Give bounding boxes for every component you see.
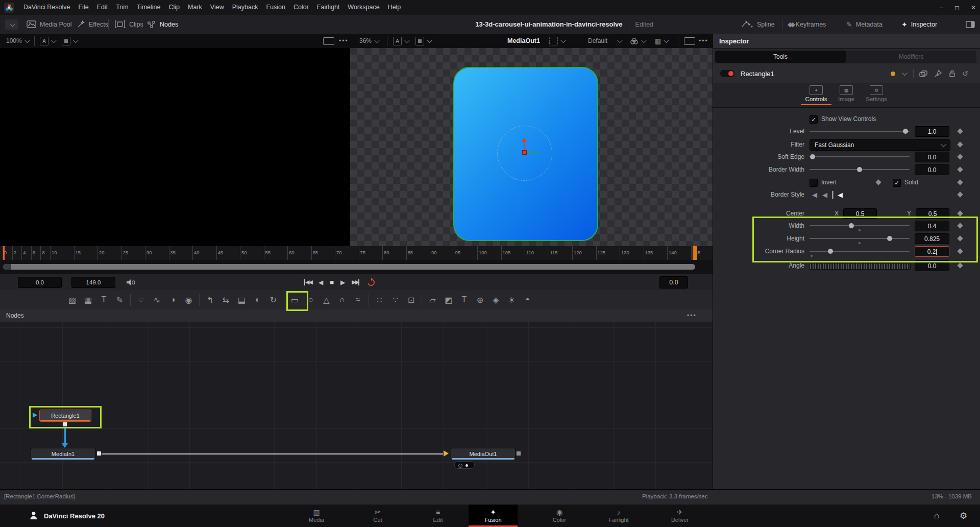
soft-edge-value[interactable]: 0.0 <box>915 152 949 162</box>
subtab-image[interactable]: ▦ Image <box>831 85 861 105</box>
effects-button[interactable]: Effects <box>77 15 108 34</box>
camera3d-tool-icon[interactable]: ◈ <box>488 295 504 305</box>
border-style-paint-button[interactable]: ▏◀ <box>832 191 843 199</box>
invert-checkbox[interactable] <box>810 179 818 187</box>
media-pool-button[interactable]: Media Pool <box>27 15 72 34</box>
spline-button[interactable]: Spline <box>741 15 775 34</box>
right-viewer-expand-button[interactable] <box>684 34 695 48</box>
panel-layout-button[interactable] <box>966 15 975 34</box>
stop-button[interactable]: ■ <box>330 278 334 286</box>
pemitter-tool-icon[interactable]: ∷ <box>372 295 387 305</box>
menu-timeline[interactable]: Timeline <box>133 0 165 15</box>
interface-toggle-button[interactable] <box>5 15 18 34</box>
app-logo-icon[interactable] <box>4 3 14 13</box>
connection-mediain-to-mediaout[interactable] <box>102 453 443 454</box>
page-color[interactable]: ◉Color <box>535 505 584 527</box>
audio-mute-button[interactable] <box>126 274 136 290</box>
soft-edge-slider[interactable] <box>810 151 910 163</box>
loop-button[interactable] <box>366 278 376 287</box>
menu-clip[interactable]: Clip <box>165 0 184 15</box>
menu-help[interactable]: Help <box>384 0 405 15</box>
lock-icon[interactable] <box>949 64 955 83</box>
text3d-tool-icon[interactable]: T <box>456 295 472 304</box>
metadata-button[interactable]: ✎ Metadata <box>846 15 883 34</box>
left-viewer-channel-select[interactable]: A <box>40 34 55 48</box>
range-end-field[interactable]: 149.0 <box>71 277 115 288</box>
render-range-end-marker[interactable] <box>693 246 697 260</box>
menu-edit[interactable]: Edit <box>93 0 112 15</box>
wand-mask-tool-icon[interactable]: ≈ <box>350 295 366 304</box>
layer-tool-icon[interactable]: ▤ <box>234 295 250 305</box>
border-style-bevel-button[interactable]: ◀ <box>812 191 817 199</box>
right-viewer-roi-select[interactable] <box>549 34 565 48</box>
clips-button[interactable]: Clips <box>114 15 143 34</box>
mediaout1-input-triangle[interactable] <box>444 450 449 457</box>
spotlight-tool-icon[interactable]: ☀ <box>504 295 520 305</box>
border-width-value[interactable]: 0.0 <box>915 164 949 175</box>
page-media[interactable]: ▥Media <box>292 505 341 527</box>
fastnoise-tool-icon[interactable]: ▦ <box>80 295 96 305</box>
left-viewer-canvas[interactable] <box>0 48 350 246</box>
bspline-tool-icon[interactable]: ∩ <box>334 295 350 304</box>
subtab-controls[interactable]: ✦ Controls <box>801 85 831 105</box>
node-color-chevron[interactable] <box>902 64 906 83</box>
inspector-button[interactable]: ✦ Inspector <box>901 15 937 34</box>
right-viewer-zoom-select[interactable]: 36% <box>359 34 378 48</box>
polygon-tool-icon[interactable]: △ <box>318 295 334 305</box>
mediain1-output-square[interactable] <box>96 451 102 456</box>
left-viewer-buffer-select[interactable] <box>62 34 77 48</box>
renderer3d-tool-icon[interactable]: ◓ <box>520 295 535 304</box>
timeline-ruler[interactable]: 0246810152025303540455055606570758085909… <box>0 246 713 260</box>
right-viewer-options-button[interactable]: ••• <box>699 34 708 48</box>
menu-davinci-resolve[interactable]: DaVinci Resolve <box>19 0 74 15</box>
window-close-button[interactable]: ✕ <box>971 4 976 11</box>
left-viewer-options-button[interactable]: ••• <box>339 34 349 48</box>
right-viewer-grid-select[interactable]: ▦ <box>655 34 668 48</box>
home-button[interactable]: ⌂ <box>934 505 939 527</box>
merge3d-tool-icon[interactable]: ⊕ <box>472 295 488 305</box>
page-deliver[interactable]: ✈Deliver <box>655 505 704 527</box>
show-view-controls-checkbox[interactable]: ✓ <box>810 115 818 124</box>
channel-booleans-tool-icon[interactable]: ⇆ <box>218 295 234 305</box>
right-viewer-color-controls[interactable] <box>630 34 645 48</box>
menu-mark[interactable]: Mark <box>184 0 206 15</box>
node-enable-toggle[interactable] <box>720 70 734 77</box>
background-tool-icon[interactable]: ▨ <box>64 295 80 305</box>
window-minimize-button[interactable]: – <box>940 4 943 11</box>
center-keyframe-diamond[interactable] <box>957 210 963 216</box>
play-button[interactable]: ▶ <box>340 279 345 286</box>
nodes-button[interactable]: Nodes <box>147 15 178 34</box>
go-to-end-button[interactable]: ▶▶ <box>352 279 359 285</box>
level-keyframe-diamond[interactable] <box>957 128 963 134</box>
tab-modifiers[interactable]: Modifiers <box>846 51 976 63</box>
border-style-keyframe-diamond[interactable] <box>957 191 963 197</box>
versions-icon[interactable] <box>919 64 927 83</box>
angle-keyframe-diamond[interactable] <box>957 262 963 268</box>
current-frame-field[interactable]: 0.0 <box>659 276 688 289</box>
connection-rect-to-mediain[interactable] <box>64 426 66 444</box>
right-viewer-canvas[interactable] <box>350 48 713 246</box>
blur-tool-icon[interactable]: ◌ <box>133 295 149 304</box>
node-color-dot[interactable] <box>891 64 895 83</box>
tab-tools[interactable]: Tools <box>715 51 846 63</box>
border-width-keyframe-diamond[interactable] <box>957 166 963 172</box>
left-viewer-expand-button[interactable] <box>323 34 334 48</box>
menu-fairlight[interactable]: Fairlight <box>313 0 344 15</box>
center-handle-dot[interactable] <box>522 150 527 155</box>
imageplane3d-tool-icon[interactable]: ▱ <box>425 295 440 305</box>
pregion-tool-icon[interactable]: ⊡ <box>403 295 419 305</box>
hue-curves-tool-icon[interactable]: ◉ <box>181 295 197 305</box>
menu-color[interactable]: Color <box>289 0 313 15</box>
center-handle-arrow[interactable] <box>522 138 527 142</box>
keyframes-button[interactable]: ◆◆ Keyframes <box>788 15 826 34</box>
reset-icon[interactable]: ↺ <box>962 64 968 83</box>
merge-tool-icon[interactable]: ↰ <box>202 295 218 305</box>
menu-fusion[interactable]: Fusion <box>262 0 289 15</box>
right-viewer-channel-select[interactable]: A <box>393 34 408 48</box>
angle-thumbwheel[interactable] <box>810 263 911 270</box>
menu-view[interactable]: View <box>206 0 228 15</box>
window-maximize-button[interactable]: ◻ <box>954 4 960 11</box>
prender-tool-icon[interactable]: ∵ <box>387 295 403 305</box>
filter-keyframe-diamond[interactable] <box>957 141 963 147</box>
right-viewer-lut-select[interactable]: Default <box>588 34 621 48</box>
